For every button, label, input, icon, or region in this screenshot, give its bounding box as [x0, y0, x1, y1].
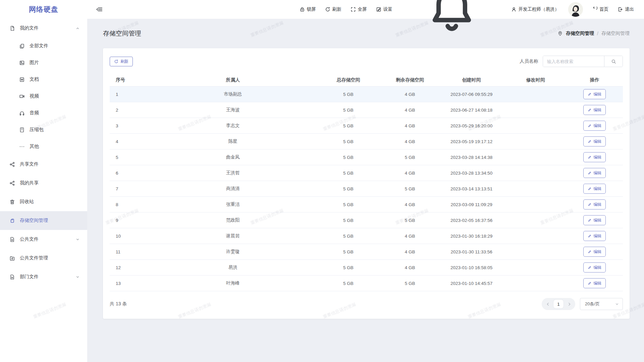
page-title: 存储空间管理	[103, 29, 141, 38]
cell-action: 编辑	[567, 184, 623, 194]
edit-button[interactable]: 编辑	[583, 89, 606, 99]
cell-action: 编辑	[567, 121, 623, 131]
collapse-sidebar-icon[interactable]	[96, 6, 103, 13]
fullscreen-label: 全屏	[358, 6, 367, 12]
image-icon	[19, 60, 25, 66]
cell-created: 2023-05-19 19:17:12	[438, 139, 505, 144]
cell-remaining: 5 GB	[382, 281, 438, 286]
sidebar-item-public-file-management[interactable]: 公共文件管理	[0, 249, 87, 267]
sidebar-item-label: 存储空间管理	[20, 218, 48, 224]
cell-index: 8	[110, 202, 151, 207]
user-menu[interactable]: 开发工程师（易洪）	[511, 6, 559, 12]
column-header-index: 序号	[110, 77, 151, 83]
sidebar-item-audio[interactable]: 音频	[0, 105, 87, 121]
avatar[interactable]	[568, 2, 583, 17]
current-page-button[interactable]: 1	[553, 299, 564, 309]
sidebar-item-public-files[interactable]: 公共文件	[0, 230, 87, 249]
content-card: 刷新 人员名称 序号 所属人 总存储空间 剩余	[103, 48, 630, 319]
cell-action: 编辑	[567, 262, 623, 273]
edit-button[interactable]: 编辑	[583, 168, 606, 178]
cell-action: 编辑	[567, 168, 623, 178]
settings-icon	[376, 7, 381, 12]
sidebar-item-recycle-bin[interactable]: 回收站	[0, 192, 87, 211]
sidebar-nav: 我的文件 全部文件 图片 文档 视频 音频	[0, 19, 87, 286]
pencil-icon	[588, 234, 592, 238]
table-footer: 共 13 条 1 20条/页	[103, 291, 630, 319]
pencil-icon	[588, 108, 592, 112]
refresh-page-button[interactable]: 刷新	[325, 6, 341, 12]
breadcrumb-separator: /	[597, 31, 598, 36]
pencil-icon	[588, 155, 592, 159]
sidebar-item-images[interactable]: 图片	[0, 54, 87, 71]
settings-button[interactable]: 设置	[376, 6, 392, 12]
sidebar-item-department-files[interactable]: 部门文件	[0, 267, 87, 286]
home-button[interactable]: 首页	[592, 6, 608, 12]
page-size-select[interactable]: 20条/页	[580, 298, 623, 310]
breadcrumb: 存储空间管理 / 存储空间管理	[557, 31, 630, 37]
cell-remaining: 4 GB	[382, 171, 438, 176]
search-button[interactable]	[604, 56, 623, 67]
edit-button[interactable]: 编辑	[583, 184, 606, 194]
edit-button[interactable]: 编辑	[583, 262, 606, 273]
cell-created: 2023-01-30 16:18:29	[438, 234, 505, 239]
cell-index: 9	[110, 218, 151, 223]
edit-button[interactable]: 编辑	[583, 136, 606, 146]
sidebar-item-others[interactable]: 其他	[0, 138, 87, 155]
cell-total: 5 GB	[315, 281, 382, 286]
back-arrow-icon	[592, 7, 597, 12]
edit-button[interactable]: 编辑	[583, 121, 606, 131]
breadcrumb-section[interactable]: 存储空间管理	[566, 31, 594, 37]
table-row: 11 许雯璇 5 GB 4 GB 2023-01-30 11:33:56 编辑	[110, 244, 623, 260]
prev-page-button[interactable]	[543, 300, 552, 308]
logout-button[interactable]: 退出	[618, 6, 634, 12]
refresh-button-label: 刷新	[120, 59, 128, 64]
cell-remaining: 4 GB	[382, 123, 438, 128]
cell-created: 2023-02-05 16:37:56	[438, 218, 505, 223]
sidebar-item-label: 部门文件	[20, 274, 39, 280]
cell-owner: 王海波	[151, 107, 315, 113]
video-camera-icon	[19, 94, 25, 99]
share-icon	[9, 180, 15, 186]
edit-button[interactable]: 编辑	[583, 278, 606, 288]
refresh-table-button[interactable]: 刷新	[110, 57, 133, 66]
column-header-action: 操作	[567, 77, 623, 83]
lock-screen-button[interactable]: 锁屏	[300, 6, 316, 12]
edit-button[interactable]: 编辑	[583, 215, 606, 225]
sidebar-item-all-files[interactable]: 全部文件	[0, 38, 87, 54]
sidebar-item-shared-files[interactable]: 共享文件	[0, 155, 87, 174]
cell-index: 1	[110, 92, 151, 97]
cell-action: 编辑	[567, 136, 623, 146]
edit-button[interactable]: 编辑	[583, 152, 606, 162]
cell-total: 5 GB	[315, 234, 382, 239]
page-size-value: 20条/页	[585, 301, 600, 307]
cell-action: 编辑	[567, 278, 623, 288]
edit-button-label: 编辑	[593, 92, 601, 97]
fullscreen-button[interactable]: 全屏	[351, 6, 367, 12]
edit-button[interactable]: 编辑	[583, 247, 606, 257]
search-input[interactable]	[543, 56, 604, 67]
cell-remaining: 4 GB	[382, 108, 438, 113]
notifications-button[interactable]: 3	[401, 0, 502, 35]
cell-index: 10	[110, 234, 151, 239]
cell-remaining: 4 GB	[382, 234, 438, 239]
next-page-button[interactable]	[565, 300, 574, 308]
sidebar-item-documents[interactable]: 文档	[0, 71, 87, 88]
edit-button[interactable]: 编辑	[583, 105, 606, 115]
edit-button[interactable]: 编辑	[583, 231, 606, 241]
sidebar-item-my-shares[interactable]: 我的共享	[0, 174, 87, 192]
cell-remaining: 5 GB	[382, 186, 438, 191]
sidebar-item-my-files[interactable]: 我的文件	[0, 19, 87, 38]
word-doc-icon	[19, 77, 25, 82]
cell-action: 编辑	[567, 89, 623, 99]
cell-index: 11	[110, 249, 151, 254]
edit-button[interactable]: 编辑	[583, 199, 606, 209]
headphones-icon	[19, 110, 25, 116]
sidebar-item-storage-management[interactable]: 存储空间管理	[0, 211, 87, 230]
sidebar-item-archives[interactable]: 压缩包	[0, 121, 87, 138]
sidebar-item-videos[interactable]: 视频	[0, 88, 87, 105]
table-row: 8 张重洁 5 GB 4 GB 2023-03-09 11:09:29 编辑	[110, 197, 623, 213]
top-bar: 锁屏 刷新 全屏 设置 3	[87, 0, 644, 19]
fullscreen-icon	[351, 7, 356, 12]
cell-created: 2023-03-09 11:09:29	[438, 202, 505, 207]
table-row: 13 叶海峰 5 GB 5 GB 2023-01-10 14:45:57 编辑	[110, 276, 623, 291]
